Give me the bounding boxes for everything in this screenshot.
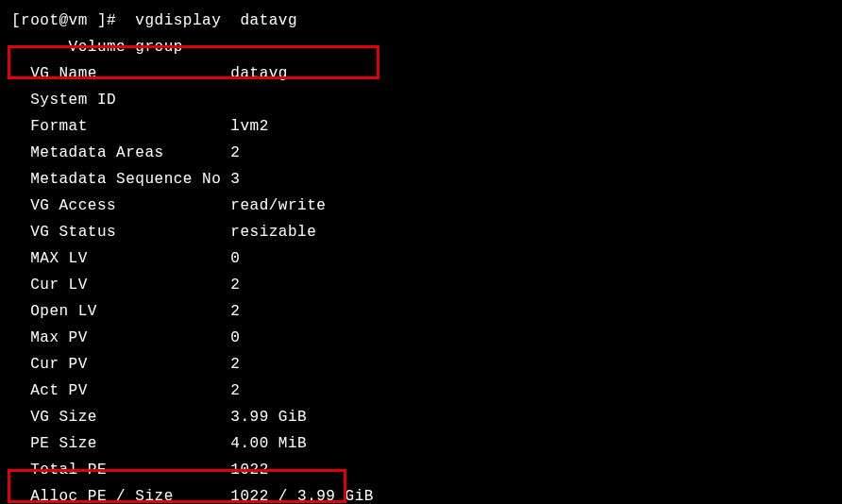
header-line: --- Volume group --- xyxy=(11,34,831,60)
row-label: Act PV xyxy=(11,382,230,399)
output-row: Alloc PE / Size 1022 / 3.99 GiB xyxy=(11,483,831,504)
output-row: Total PE 1022 xyxy=(11,457,831,483)
output-row: VG Size 3.99 GiB xyxy=(11,404,831,430)
output-row: Metadata Areas 2 xyxy=(11,140,831,166)
row-label: VG Status xyxy=(11,224,230,241)
row-label: System ID xyxy=(11,92,230,109)
output-row: Cur LV 2 xyxy=(11,272,831,298)
prompt-user: root@vm xyxy=(21,12,97,29)
output-row: VG Status resizable xyxy=(11,219,831,245)
output-row: System ID xyxy=(11,87,831,113)
row-value: 0 xyxy=(230,329,240,346)
row-value: 3.99 GiB xyxy=(230,409,307,426)
prompt-close-bracket: ] xyxy=(97,12,107,29)
row-label: Metadata Sequence No xyxy=(11,171,230,188)
row-value: 2 xyxy=(230,277,240,294)
output-row: Act PV 2 xyxy=(11,378,831,404)
prompt-line: [root@vm ]# vgdisplay datavg xyxy=(11,8,831,34)
output-row: Open LV 2 xyxy=(11,298,831,325)
row-label: PE Size xyxy=(11,435,230,452)
output-row: Cur PV 2 xyxy=(11,351,831,378)
command-text[interactable]: vgdisplay datavg xyxy=(135,12,297,29)
row-label: Format xyxy=(11,118,230,135)
output-row: Max PV 0 xyxy=(11,325,831,351)
output-row: VG Name datavg xyxy=(11,60,831,87)
row-label: Alloc PE / Size xyxy=(11,488,230,504)
row-label: Total PE xyxy=(11,462,230,479)
row-value: 2 xyxy=(230,144,240,161)
row-label: MAX LV xyxy=(11,250,230,267)
row-label: Max PV xyxy=(11,329,230,346)
row-value: 4.00 MiB xyxy=(230,435,307,452)
row-label: VG Access xyxy=(11,197,230,214)
row-value: 1022 xyxy=(230,462,268,479)
prompt-hash: # xyxy=(107,12,135,29)
row-label: Metadata Areas xyxy=(11,144,230,161)
row-value: read/write xyxy=(230,197,326,214)
output-row: PE Size 4.00 MiB xyxy=(11,430,831,457)
row-value: 3 xyxy=(230,171,240,188)
prompt-open-bracket: [ xyxy=(11,12,21,29)
output-row: Format lvm2 xyxy=(11,113,831,140)
row-value: 0 xyxy=(230,250,240,267)
row-label: Cur PV xyxy=(11,356,230,373)
row-label: Cur LV xyxy=(11,277,230,294)
row-value: resizable xyxy=(230,224,316,241)
output-row: Metadata Sequence No 3 xyxy=(11,166,831,193)
row-value: lvm2 xyxy=(230,118,268,135)
row-label: VG Name xyxy=(11,65,230,82)
output-row: VG Access read/write xyxy=(11,193,831,219)
row-value: datavg xyxy=(230,65,288,82)
row-label: VG Size xyxy=(11,409,230,426)
row-label: Open LV xyxy=(11,303,230,320)
output-row: MAX LV 0 xyxy=(11,245,831,272)
row-value: 1022 / 3.99 GiB xyxy=(230,488,374,504)
row-value: 2 xyxy=(230,356,240,373)
row-value: 2 xyxy=(230,303,240,320)
row-value: 2 xyxy=(230,382,240,399)
